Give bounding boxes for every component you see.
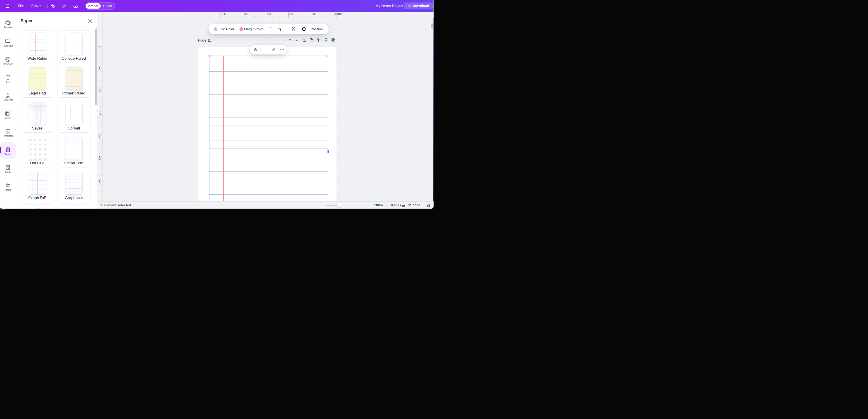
svg-text:400: 400 bbox=[98, 134, 101, 138]
svg-text:0: 0 bbox=[98, 46, 101, 47]
svg-text:200: 200 bbox=[98, 89, 101, 93]
svg-text:100: 100 bbox=[98, 66, 101, 70]
svg-text:500: 500 bbox=[98, 156, 101, 160]
svg-text:600: 600 bbox=[98, 179, 101, 183]
